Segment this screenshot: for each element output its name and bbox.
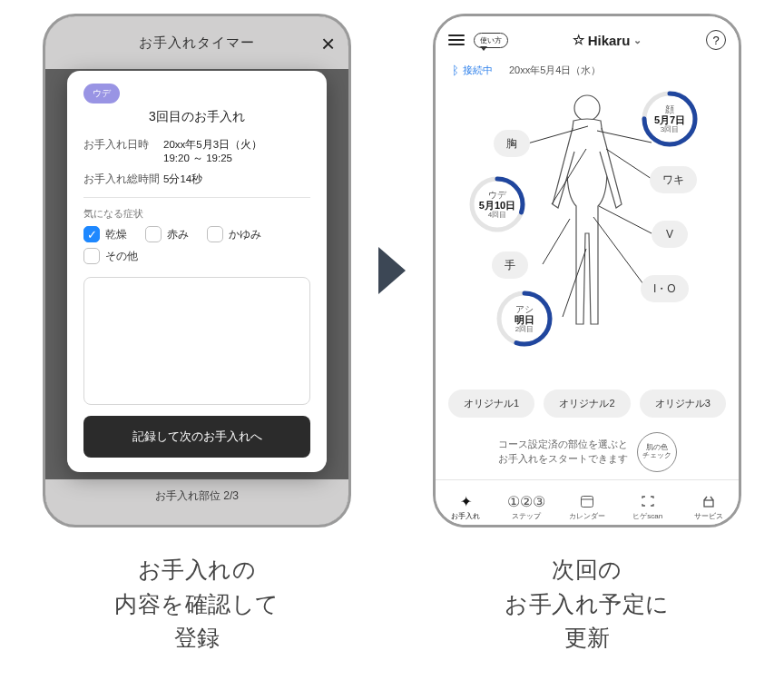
symptom-label: 気になる症状 [83, 207, 310, 221]
checkbox-icon [207, 226, 223, 242]
howto-button[interactable]: 使い方 [474, 33, 508, 48]
phone-left: お手入れタイマー × お手入れ部位 2/3 ウデ 3回目のお手入れ お手入れ日時… [43, 14, 351, 527]
part-ring-face[interactable]: 顔 5月7日 3回目 [641, 90, 699, 148]
original-row: オリジナル1 オリジナル2 オリジナル3 [448, 389, 726, 418]
gift-icon [701, 493, 716, 509]
timer-header-title: お手入れタイマー [139, 34, 254, 52]
checkbox-icon [83, 248, 100, 264]
check-red[interactable]: 赤み [145, 226, 189, 242]
tab-service[interactable]: サービス [678, 493, 739, 521]
original-3[interactable]: オリジナル3 [640, 389, 726, 418]
close-icon[interactable]: × [321, 30, 336, 58]
svg-rect-15 [581, 497, 593, 508]
sparkle-icon: ✦ [460, 493, 472, 509]
total-label: お手入れ総時間 [83, 172, 163, 186]
user-name: Hikaru [588, 33, 631, 48]
hint-line2: お手入れをスタートできます [498, 452, 628, 467]
part-vline[interactable]: V [652, 221, 688, 248]
timer-footer: お手入れ部位 2/3 [45, 479, 348, 525]
caption-right: 次回の お手入れ予定に 更新 [505, 553, 670, 656]
scan-icon [641, 493, 655, 509]
row-total: お手入れ総時間 5分14秒 [83, 172, 310, 186]
tab-higescan[interactable]: ヒゲscan [617, 493, 678, 521]
topbar: 使い方 ☆ Hikaru ⌄ ? [436, 20, 739, 60]
part-io[interactable]: I・O [641, 275, 689, 302]
part-armpit[interactable]: ワキ [650, 166, 697, 193]
hint-line1: コース設定済の部位を選ぶと [498, 438, 628, 452]
record-next-button[interactable]: 記録して次のお手入れへ [83, 416, 310, 458]
part-chip: ウデ [83, 84, 120, 104]
user-select[interactable]: ☆ Hikaru ⌄ [573, 32, 642, 48]
dt-label: お手入れ日時 [83, 138, 163, 165]
symptom-checks: ✓ 乾燥 赤み かゆみ その他 [83, 226, 310, 264]
svg-line-4 [606, 149, 652, 179]
svg-rect-17 [704, 500, 713, 507]
original-2[interactable]: オリジナル2 [544, 389, 630, 418]
tabbar: ✦ お手入れ ①②③ ステップ カレンダー ヒゲsc [436, 479, 739, 525]
svg-line-7 [563, 249, 586, 317]
tab-calendar[interactable]: カレンダー [557, 493, 618, 521]
arrow-icon [378, 14, 406, 527]
check-other[interactable]: その他 [83, 248, 138, 264]
skin-check-button[interactable]: 肌の色チェック [637, 432, 677, 472]
check-dry[interactable]: ✓ 乾燥 [83, 226, 127, 242]
star-icon: ☆ [573, 32, 584, 48]
svg-line-3 [552, 149, 586, 204]
checkbox-icon [145, 226, 162, 242]
part-chest[interactable]: 胸 [494, 130, 530, 157]
checkbox-icon: ✓ [83, 226, 100, 242]
check-itch[interactable]: かゆみ [207, 226, 261, 242]
row-datetime: お手入れ日時 20xx年5月3日（火） 19:20 ～ 19:25 [83, 138, 310, 165]
steps-icon: ①②③ [507, 493, 545, 509]
phone-right: 使い方 ☆ Hikaru ⌄ ? ᛒ 接続中 20xx年5月4日（水） [433, 14, 741, 527]
total-value: 5分14秒 [163, 172, 310, 186]
svg-line-1 [524, 126, 588, 144]
memo-input[interactable] [83, 277, 310, 405]
calendar-icon [580, 493, 594, 509]
bluetooth-status: ᛒ 接続中 [452, 64, 493, 77]
tab-step[interactable]: ①②③ ステップ [496, 493, 557, 521]
help-icon[interactable]: ? [706, 30, 726, 50]
record-card: ウデ 3回目のお手入れ お手入れ日時 20xx年5月3日（火） 19:20 ～ … [67, 71, 327, 472]
tab-care[interactable]: ✦ お手入れ [436, 493, 496, 521]
caption-left: お手入れの 内容を確認して 登録 [114, 553, 279, 656]
hint-row: コース設定済の部位を選ぶと お手入れをスタートできます 肌の色チェック [436, 427, 739, 479]
status-row: ᛒ 接続中 20xx年5月4日（水） [436, 60, 739, 79]
today-date: 20xx年5月4日（水） [509, 64, 601, 77]
body-map: 顔 5月7日 3回目 ウデ 5月10日 4回目 アシ 明日 2回目 胸 [443, 81, 731, 389]
chevron-down-icon: ⌄ [633, 34, 642, 46]
bluetooth-icon: ᛒ [452, 64, 459, 77]
timer-header: お手入れタイマー × [45, 16, 348, 69]
dt-value: 20xx年5月3日（火） 19:20 ～ 19:25 [163, 138, 310, 165]
svg-line-5 [543, 219, 570, 264]
svg-line-6 [599, 206, 652, 233]
original-1[interactable]: オリジナル1 [448, 389, 534, 418]
hamburger-icon[interactable] [448, 34, 465, 45]
card-title: 3回目のお手入れ [83, 109, 310, 125]
svg-line-8 [593, 217, 646, 288]
part-hand[interactable]: 手 [492, 251, 528, 279]
footer-progress: お手入れ部位 2/3 [155, 488, 239, 504]
part-ring-leg[interactable]: アシ 明日 2回目 [495, 290, 554, 348]
part-ring-arm[interactable]: ウデ 5月10日 4回目 [468, 175, 526, 233]
divider [83, 197, 310, 198]
